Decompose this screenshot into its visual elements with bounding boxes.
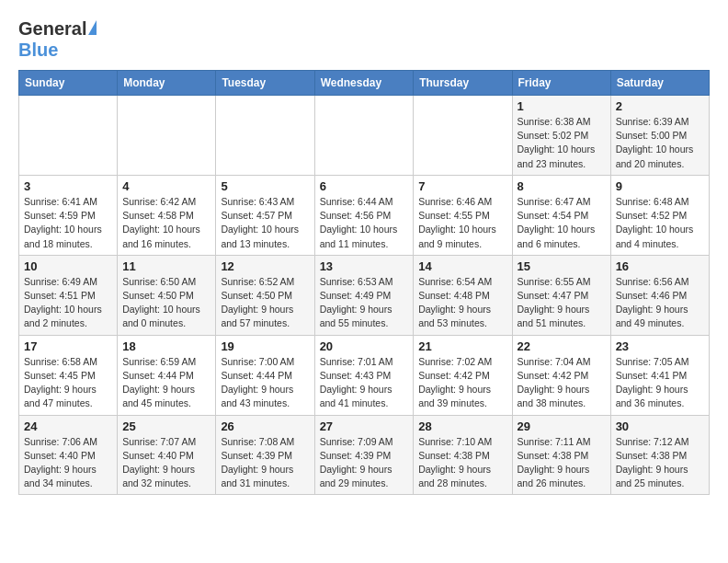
day-info: Sunrise: 7:01 AMSunset: 4:43 PMDaylight:… bbox=[320, 355, 409, 411]
calendar-body: 1Sunrise: 6:38 AMSunset: 5:02 PMDaylight… bbox=[19, 96, 710, 495]
day-cell: 26Sunrise: 7:08 AMSunset: 4:39 PMDayligh… bbox=[216, 415, 314, 495]
day-info: Sunrise: 6:52 AMSunset: 4:50 PMDaylight:… bbox=[221, 275, 309, 331]
day-info: Sunrise: 7:10 AMSunset: 4:38 PMDaylight:… bbox=[418, 435, 506, 491]
day-header-saturday: Saturday bbox=[610, 71, 709, 96]
day-info: Sunrise: 7:08 AMSunset: 4:39 PMDaylight:… bbox=[221, 435, 309, 491]
day-number: 17 bbox=[24, 339, 112, 353]
day-header-friday: Friday bbox=[512, 71, 610, 96]
day-number: 19 bbox=[221, 339, 309, 353]
day-info: Sunrise: 6:58 AMSunset: 4:45 PMDaylight:… bbox=[24, 355, 112, 411]
day-info: Sunrise: 6:54 AMSunset: 4:48 PMDaylight:… bbox=[418, 275, 506, 331]
day-info: Sunrise: 7:02 AMSunset: 4:42 PMDaylight:… bbox=[418, 355, 506, 411]
day-number: 16 bbox=[616, 259, 704, 273]
day-info: Sunrise: 6:50 AMSunset: 4:50 PMDaylight:… bbox=[122, 275, 210, 331]
week-row-3: 10Sunrise: 6:49 AMSunset: 4:51 PMDayligh… bbox=[19, 255, 710, 335]
logo-icon bbox=[88, 20, 97, 35]
day-cell: 27Sunrise: 7:09 AMSunset: 4:39 PMDayligh… bbox=[314, 415, 414, 495]
day-info: Sunrise: 6:55 AMSunset: 4:47 PMDaylight:… bbox=[518, 275, 606, 331]
day-number: 28 bbox=[418, 419, 506, 433]
day-number: 20 bbox=[320, 339, 409, 353]
day-number: 21 bbox=[418, 339, 506, 353]
day-info: Sunrise: 6:42 AMSunset: 4:58 PMDaylight:… bbox=[122, 195, 210, 251]
day-cell: 2Sunrise: 6:39 AMSunset: 5:00 PMDaylight… bbox=[610, 96, 709, 176]
page-header: General Blue bbox=[18, 18, 710, 61]
day-number: 4 bbox=[122, 179, 210, 193]
day-cell: 18Sunrise: 6:59 AMSunset: 4:44 PMDayligh… bbox=[118, 335, 216, 415]
day-info: Sunrise: 6:49 AMSunset: 4:51 PMDaylight:… bbox=[24, 275, 112, 331]
day-cell bbox=[314, 96, 414, 176]
day-number: 14 bbox=[418, 259, 506, 273]
day-info: Sunrise: 6:47 AMSunset: 4:54 PMDaylight:… bbox=[518, 195, 606, 251]
day-number: 10 bbox=[24, 259, 112, 273]
day-cell: 17Sunrise: 6:58 AMSunset: 4:45 PMDayligh… bbox=[19, 335, 118, 415]
day-number: 6 bbox=[320, 179, 409, 193]
day-info: Sunrise: 6:59 AMSunset: 4:44 PMDaylight:… bbox=[122, 355, 210, 411]
day-cell: 23Sunrise: 7:05 AMSunset: 4:41 PMDayligh… bbox=[610, 335, 709, 415]
day-cell: 7Sunrise: 6:46 AMSunset: 4:55 PMDaylight… bbox=[414, 175, 512, 255]
day-cell: 21Sunrise: 7:02 AMSunset: 4:42 PMDayligh… bbox=[414, 335, 512, 415]
day-cell: 28Sunrise: 7:10 AMSunset: 4:38 PMDayligh… bbox=[414, 415, 512, 495]
week-row-5: 24Sunrise: 7:06 AMSunset: 4:40 PMDayligh… bbox=[19, 415, 710, 495]
day-number: 9 bbox=[616, 179, 704, 193]
day-number: 29 bbox=[518, 419, 606, 433]
day-cell: 29Sunrise: 7:11 AMSunset: 4:38 PMDayligh… bbox=[512, 415, 610, 495]
calendar-header: SundayMondayTuesdayWednesdayThursdayFrid… bbox=[19, 71, 710, 96]
week-row-2: 3Sunrise: 6:41 AMSunset: 4:59 PMDaylight… bbox=[19, 175, 710, 255]
day-cell: 14Sunrise: 6:54 AMSunset: 4:48 PMDayligh… bbox=[414, 255, 512, 335]
day-info: Sunrise: 7:00 AMSunset: 4:44 PMDaylight:… bbox=[221, 355, 309, 411]
logo-general-text: General bbox=[18, 18, 86, 40]
day-cell: 11Sunrise: 6:50 AMSunset: 4:50 PMDayligh… bbox=[118, 255, 216, 335]
day-info: Sunrise: 6:38 AMSunset: 5:02 PMDaylight:… bbox=[518, 115, 606, 171]
week-row-1: 1Sunrise: 6:38 AMSunset: 5:02 PMDaylight… bbox=[19, 96, 710, 176]
day-info: Sunrise: 7:05 AMSunset: 4:41 PMDaylight:… bbox=[616, 355, 704, 411]
day-number: 2 bbox=[616, 99, 704, 113]
day-cell: 6Sunrise: 6:44 AMSunset: 4:56 PMDaylight… bbox=[314, 175, 414, 255]
day-cell: 1Sunrise: 6:38 AMSunset: 5:02 PMDaylight… bbox=[512, 96, 610, 176]
week-row-4: 17Sunrise: 6:58 AMSunset: 4:45 PMDayligh… bbox=[19, 335, 710, 415]
day-info: Sunrise: 6:44 AMSunset: 4:56 PMDaylight:… bbox=[320, 195, 409, 251]
day-number: 8 bbox=[518, 179, 606, 193]
day-cell: 19Sunrise: 7:00 AMSunset: 4:44 PMDayligh… bbox=[216, 335, 314, 415]
day-cell: 24Sunrise: 7:06 AMSunset: 4:40 PMDayligh… bbox=[19, 415, 118, 495]
day-cell: 20Sunrise: 7:01 AMSunset: 4:43 PMDayligh… bbox=[314, 335, 414, 415]
day-cell: 16Sunrise: 6:56 AMSunset: 4:46 PMDayligh… bbox=[610, 255, 709, 335]
day-cell: 30Sunrise: 7:12 AMSunset: 4:38 PMDayligh… bbox=[610, 415, 709, 495]
day-info: Sunrise: 6:41 AMSunset: 4:59 PMDaylight:… bbox=[24, 195, 112, 251]
day-number: 30 bbox=[616, 419, 704, 433]
day-number: 1 bbox=[518, 99, 606, 113]
day-header-tuesday: Tuesday bbox=[216, 71, 314, 96]
day-number: 18 bbox=[122, 339, 210, 353]
day-number: 26 bbox=[221, 419, 309, 433]
day-number: 11 bbox=[122, 259, 210, 273]
day-cell: 25Sunrise: 7:07 AMSunset: 4:40 PMDayligh… bbox=[118, 415, 216, 495]
day-cell bbox=[216, 96, 314, 176]
day-header-wednesday: Wednesday bbox=[314, 71, 414, 96]
day-number: 25 bbox=[122, 419, 210, 433]
day-header-sunday: Sunday bbox=[19, 71, 118, 96]
day-cell: 8Sunrise: 6:47 AMSunset: 4:54 PMDaylight… bbox=[512, 175, 610, 255]
day-info: Sunrise: 6:39 AMSunset: 5:00 PMDaylight:… bbox=[616, 115, 704, 171]
day-info: Sunrise: 7:09 AMSunset: 4:39 PMDaylight:… bbox=[320, 435, 409, 491]
day-number: 24 bbox=[24, 419, 112, 433]
day-cell: 12Sunrise: 6:52 AMSunset: 4:50 PMDayligh… bbox=[216, 255, 314, 335]
day-cell: 5Sunrise: 6:43 AMSunset: 4:57 PMDaylight… bbox=[216, 175, 314, 255]
day-info: Sunrise: 7:06 AMSunset: 4:40 PMDaylight:… bbox=[24, 435, 112, 491]
day-info: Sunrise: 7:11 AMSunset: 4:38 PMDaylight:… bbox=[518, 435, 606, 491]
day-info: Sunrise: 7:07 AMSunset: 4:40 PMDaylight:… bbox=[122, 435, 210, 491]
day-cell: 3Sunrise: 6:41 AMSunset: 4:59 PMDaylight… bbox=[19, 175, 118, 255]
day-number: 5 bbox=[221, 179, 309, 193]
day-cell: 9Sunrise: 6:48 AMSunset: 4:52 PMDaylight… bbox=[610, 175, 709, 255]
day-cell: 13Sunrise: 6:53 AMSunset: 4:49 PMDayligh… bbox=[314, 255, 414, 335]
logo-blue-text: Blue bbox=[18, 40, 58, 60]
day-cell: 10Sunrise: 6:49 AMSunset: 4:51 PMDayligh… bbox=[19, 255, 118, 335]
day-number: 27 bbox=[320, 419, 409, 433]
day-cell bbox=[414, 96, 512, 176]
day-header-thursday: Thursday bbox=[414, 71, 512, 96]
day-info: Sunrise: 6:43 AMSunset: 4:57 PMDaylight:… bbox=[221, 195, 309, 251]
day-number: 13 bbox=[320, 259, 409, 273]
day-info: Sunrise: 7:12 AMSunset: 4:38 PMDaylight:… bbox=[616, 435, 704, 491]
day-cell bbox=[19, 96, 118, 176]
day-info: Sunrise: 6:46 AMSunset: 4:55 PMDaylight:… bbox=[418, 195, 506, 251]
day-number: 7 bbox=[418, 179, 506, 193]
day-info: Sunrise: 7:04 AMSunset: 4:42 PMDaylight:… bbox=[518, 355, 606, 411]
